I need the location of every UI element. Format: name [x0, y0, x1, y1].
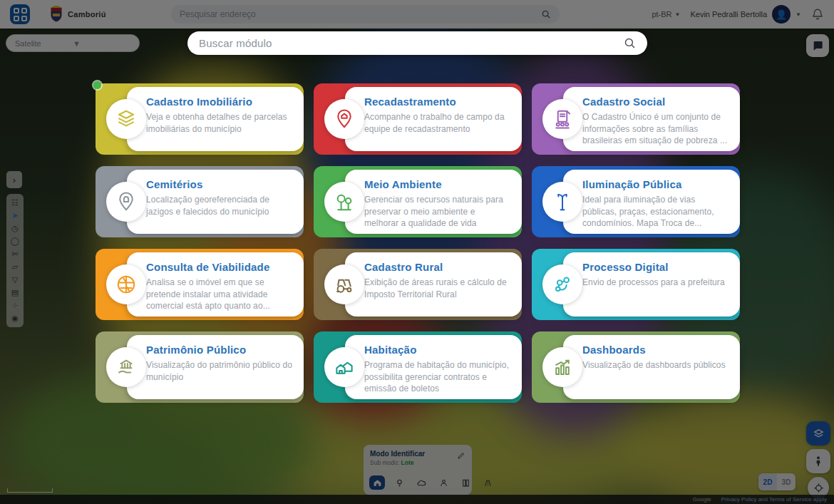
module-card-description: Visualização do patrimônio público do mu…: [146, 359, 294, 383]
module-card-description: Localização georeferenciada de jazigos e…: [146, 194, 294, 217]
module-card[interactable]: Cadastro Rural Exibição de áreas rurais …: [314, 249, 522, 320]
module-card[interactable]: Processo Digital Envio de processos para…: [532, 249, 740, 320]
module-card-description: Analisa se o imóvel em que se pretende i…: [146, 277, 294, 312]
layers-icon: [106, 99, 146, 139]
trees-icon: [324, 182, 364, 222]
module-card-title: Cadastro Social: [582, 96, 730, 108]
module-card[interactable]: Cadastro Imobiliário Veja e obtenha deta…: [96, 83, 304, 155]
module-card[interactable]: Patrimônio Público Visualização do patri…: [96, 331, 304, 403]
houses-icon: [324, 347, 364, 387]
module-card-description: Gerenciar os recursos naturais para pres…: [364, 194, 512, 230]
module-card-title: Iluminação Pública: [582, 178, 730, 190]
module-card-title: Habitação: [364, 344, 512, 356]
module-card[interactable]: Cemitérios Localização georeferenciada d…: [96, 166, 304, 237]
module-cards-grid: Cadastro Imobiliário Veja e obtenha deta…: [96, 83, 740, 403]
module-card-title: Recadastramento: [364, 96, 512, 108]
module-card[interactable]: Habitação Programa de habitação do munic…: [314, 331, 522, 403]
module-card-title: Meio Ambiente: [364, 178, 512, 190]
search-icon[interactable]: [624, 37, 636, 49]
city-map-icon: [106, 264, 146, 304]
module-card-description: Visualização de dashboards públicos: [582, 359, 730, 371]
module-card-title: Processo Digital: [582, 261, 730, 273]
module-card-description: Ideal para iluminação de vias públicas, …: [582, 194, 730, 230]
module-card-description: Envio de processos para a prefeitura: [582, 277, 730, 289]
house-pin-icon: [324, 99, 364, 139]
bank-hand-icon: [106, 347, 146, 387]
module-card-title: Cemitérios: [146, 178, 294, 190]
module-card-title: Cadastro Imobiliário: [146, 96, 294, 108]
module-card-description: Acompanhe o trabalho de campo da equipe …: [364, 111, 512, 135]
module-card-title: Cadastro Rural: [364, 261, 512, 273]
tomb-pin-icon: [106, 182, 146, 222]
module-card-description: Veja e obtenha detalhes de parcelas imob…: [146, 111, 294, 135]
module-card-title: Patrimônio Público: [146, 344, 294, 356]
module-card-description: Programa de habitação do município, poss…: [364, 359, 512, 395]
online-status-dot: [93, 81, 101, 89]
module-card[interactable]: Consulta de Viabilidade Analisa se o imó…: [96, 249, 304, 320]
module-search-input[interactable]: Buscar módulo: [187, 31, 647, 55]
module-card[interactable]: Meio Ambiente Gerenciar os recursos natu…: [314, 166, 522, 237]
module-card-title: Dashboards: [582, 344, 730, 356]
workflow-icon: [542, 264, 582, 304]
module-card-description: O Cadastro Único é um conjunto de inform…: [582, 111, 730, 147]
module-card[interactable]: Cadastro Social O Cadastro Único é um co…: [532, 83, 740, 155]
module-card-description: Exibição de áreas rurais e cálculo de Im…: [364, 277, 512, 300]
module-card[interactable]: Iluminação Pública Ideal para iluminação…: [532, 166, 740, 237]
streetlight-icon: [542, 182, 582, 222]
module-card-title: Consulta de Viabilidade: [146, 261, 294, 273]
module-card[interactable]: Recadastramento Acompanhe o trabalho de …: [314, 83, 522, 155]
clipboard-people-icon: [542, 99, 582, 139]
tractor-icon: [324, 264, 364, 304]
chart-icon: [542, 347, 582, 387]
module-search-placeholder: Buscar módulo: [199, 37, 624, 49]
module-card[interactable]: Dashboards Visualização de dashboards pú…: [532, 331, 740, 403]
